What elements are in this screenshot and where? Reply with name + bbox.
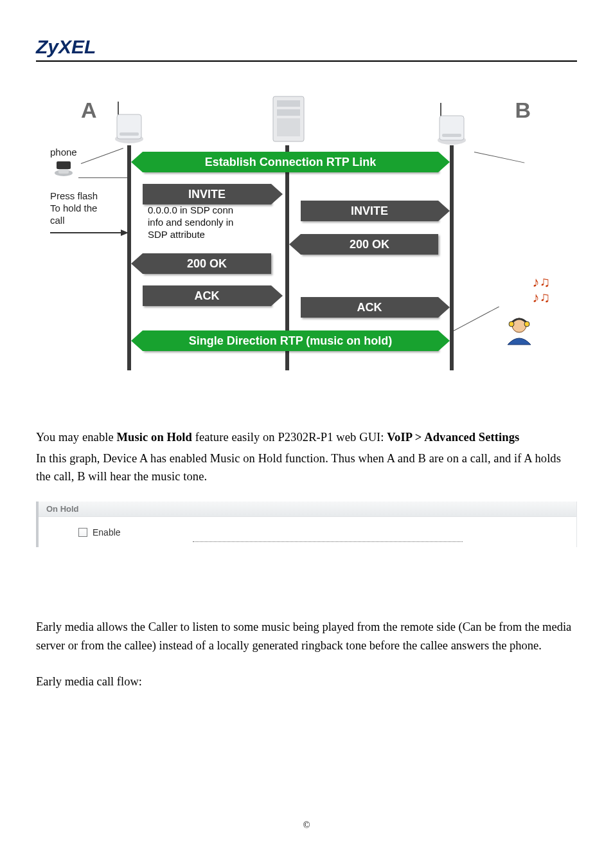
msg-ok-a-text: 200 OK [187, 257, 227, 270]
phone-icon [50, 160, 77, 180]
msg-ack-b: ACK [301, 297, 438, 318]
flash-annotation: Press flash To hold the call [50, 190, 98, 226]
sdp-line3: SDP attribute [148, 229, 233, 241]
p1-bold2: VoIP > Advanced Settings [387, 431, 519, 444]
sdp-line2: info and sendonly in [148, 217, 233, 229]
p1-mid: feature easily on P2302R-P1 web GUI: [192, 431, 387, 444]
phone-label: phone [50, 147, 77, 159]
msg-invite-b: INVITE [301, 201, 438, 221]
msg-ack-a-text: ACK [195, 289, 220, 302]
listener-icon [501, 312, 537, 351]
body-text-block: You may enable Music on Hold feature eas… [36, 428, 577, 486]
msg-ack-b-text: ACK [357, 301, 382, 314]
svg-rect-11 [442, 134, 461, 137]
phone-annotation: phone [50, 147, 77, 180]
sdp-line1: 0.0.0.0 in SDP conn [148, 204, 233, 217]
early-media-flow-label: Early media call flow: [36, 673, 577, 691]
msg-establish: Establish Connection RTP Link [143, 152, 438, 172]
svg-rect-6 [277, 109, 300, 116]
music-note-icon: ♪♫ [533, 274, 551, 291]
svg-marker-16 [121, 230, 129, 236]
footer-copyright: © [0, 820, 613, 831]
endpoint-b-label: B [515, 98, 531, 123]
msg-single-dir-text: Single Direction RTP (music on hold) [189, 334, 393, 347]
sip-flow-diagram: A B [42, 87, 531, 383]
msg-ok-a: 200 OK [143, 253, 271, 274]
paragraph-1: You may enable Music on Hold feature eas… [36, 428, 577, 447]
router-a-icon [113, 100, 145, 148]
msg-invite-a-text: INVITE [188, 188, 226, 201]
msg-invite-a: INVITE [143, 184, 271, 204]
brand-logo-text: ZyXEL [36, 36, 577, 60]
p1-pre: You may enable [36, 431, 117, 444]
msg-ok-b-text: 200 OK [350, 238, 389, 251]
svg-rect-3 [120, 132, 139, 136]
flash-arrow-icon [50, 228, 129, 238]
music-note-icon: ♪♫ [533, 289, 551, 306]
sdp-note: 0.0.0.0 in SDP conn info and sendonly in… [148, 204, 233, 240]
msg-ack-a: ACK [143, 285, 271, 306]
flash-line1: Press flash [50, 190, 98, 203]
msg-ok-b: 200 OK [301, 234, 438, 255]
server-icon [271, 94, 306, 148]
svg-point-18 [509, 321, 514, 327]
svg-point-19 [524, 321, 529, 327]
early-media-paragraph: Early media allows the Caller to listen … [36, 618, 577, 655]
paragraph-2: In this graph, Device A has enabled Musi… [36, 449, 577, 486]
lifeline-b [450, 145, 454, 370]
svg-rect-12 [57, 161, 71, 169]
header-rule [36, 60, 577, 62]
enable-label: Enable [93, 527, 121, 538]
msg-single-dir: Single Direction RTP (music on hold) [143, 330, 438, 351]
svg-rect-5 [277, 100, 300, 107]
router-b-icon [436, 102, 468, 149]
endpoint-a-label: A [81, 98, 97, 123]
enable-checkbox[interactable] [78, 528, 87, 537]
svg-rect-14 [58, 169, 69, 174]
msg-invite-b-text: INVITE [351, 204, 388, 217]
msg-establish-text: Establish Connection RTP Link [205, 156, 377, 168]
flash-line2: To hold the [50, 203, 98, 215]
on-hold-panel: On Hold Enable [36, 502, 577, 547]
on-hold-panel-title: On Hold [39, 502, 576, 517]
p1-bold1: Music on Hold [117, 431, 192, 444]
svg-rect-7 [277, 118, 300, 136]
flash-line3: call [50, 215, 98, 227]
panel-divider [193, 541, 463, 542]
